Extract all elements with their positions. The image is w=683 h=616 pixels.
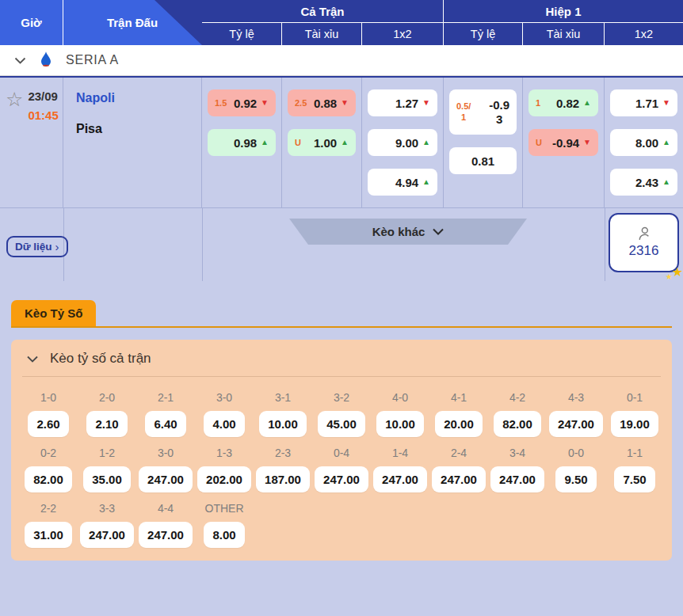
- odds-cell[interactable]: 0.98▲: [208, 129, 276, 156]
- trend-down-icon: ▼: [261, 99, 269, 107]
- league-row[interactable]: SERIA A: [0, 45, 683, 76]
- odds-value: 1.27: [395, 97, 418, 110]
- chevron-down-icon[interactable]: [14, 57, 26, 64]
- odds-cell[interactable]: 0.81: [449, 147, 517, 174]
- score-label: 4-4: [158, 502, 174, 515]
- odds-value: 4.94: [395, 176, 418, 189]
- score-item: 3-4247.00: [488, 447, 547, 492]
- score-item: 4-010.00: [371, 391, 429, 437]
- tab-underline: [11, 326, 672, 328]
- header-left-block: Giờ Trận Đấu: [0, 0, 202, 45]
- score-odds-button[interactable]: 202.00: [197, 466, 251, 492]
- full-handicap-column: 1.50.92▼0.98▲: [202, 78, 282, 207]
- away-team-name[interactable]: Pisa: [76, 122, 201, 136]
- score-odds-button[interactable]: 19.00: [611, 411, 658, 437]
- score-label: 0-2: [40, 447, 56, 459]
- score-item: 0-4247.00: [312, 447, 371, 492]
- score-item: 2-16.40: [136, 391, 195, 437]
- score-item: OTHER8.00: [195, 502, 254, 548]
- home-team-name[interactable]: Napoli: [76, 91, 201, 105]
- header-ft-1x2: 1x2: [362, 23, 444, 45]
- score-label: 2-3: [275, 447, 291, 459]
- score-odds-button[interactable]: 187.00: [256, 466, 310, 492]
- odds-cell[interactable]: U-0.94▼: [528, 129, 598, 156]
- score-item: 2-3187.00: [254, 447, 312, 492]
- chevron-down-icon[interactable]: [27, 356, 38, 363]
- odds-cell[interactable]: 10.82▲: [528, 89, 598, 116]
- viewers-button[interactable]: 2316 ★★: [609, 213, 679, 272]
- score-odds-button[interactable]: 247.00: [80, 522, 134, 548]
- score-label: 2-0: [99, 391, 115, 404]
- viewers-count: 2316: [629, 243, 659, 259]
- score-item: 1-02.60: [19, 391, 78, 437]
- odds-cell[interactable]: 2.43▲: [610, 169, 677, 196]
- score-odds-button[interactable]: 10.00: [259, 411, 307, 437]
- odds-cell[interactable]: 4.94▲: [368, 169, 437, 196]
- tab-correct-score[interactable]: Kèo Tỷ Số: [11, 300, 96, 326]
- score-odds-button[interactable]: 247.00: [490, 466, 544, 492]
- header-first-half: Hiệp 1: [444, 0, 683, 22]
- score-label: 4-1: [451, 391, 467, 404]
- score-odds-button[interactable]: 8.00: [204, 522, 245, 548]
- trend-up-icon: ▲: [422, 139, 430, 146]
- score-odds-button[interactable]: 247.00: [139, 466, 193, 492]
- odds-cell[interactable]: 0.5/ 1-0.9 3: [449, 89, 517, 135]
- score-item: 0-09.50: [547, 447, 605, 492]
- half-handicap-column: 0.5/ 1-0.9 30.81: [444, 78, 523, 207]
- odds-cell[interactable]: 8.00▲: [610, 129, 677, 156]
- column-divider: [202, 208, 203, 281]
- score-odds-button[interactable]: 2.10: [86, 411, 128, 437]
- trend-up-icon: ▲: [662, 139, 670, 146]
- score-odds-button[interactable]: 247.00: [549, 411, 603, 437]
- odds-cell[interactable]: 2.50.88▼: [288, 89, 356, 116]
- odds-cell[interactable]: 1.71▼: [610, 89, 677, 116]
- score-odds-button[interactable]: 82.00: [25, 466, 72, 492]
- score-odds-button[interactable]: 35.00: [83, 466, 131, 492]
- score-label: 3-0: [216, 391, 232, 404]
- header-h1-handicap: Tỷ lệ: [444, 23, 523, 45]
- half-1x2-column: 1.71▼8.00▲2.43▲: [605, 78, 683, 207]
- full-overunder-column: 2.50.88▼U1.00▲: [282, 78, 362, 207]
- data-button-label: Dữ liệu: [15, 241, 52, 253]
- trend-down-icon: ▼: [583, 139, 591, 146]
- score-item: 3-245.00: [312, 391, 371, 437]
- score-odds-button[interactable]: 247.00: [139, 522, 193, 548]
- score-odds-button[interactable]: 82.00: [494, 411, 541, 437]
- odds-value: 2.43: [635, 176, 658, 189]
- favorite-star-icon[interactable]: ☆: [6, 89, 23, 207]
- score-odds-button[interactable]: 20.00: [435, 411, 483, 437]
- score-odds-area: Kèo Tỷ Số Kèo tỷ số cả trận 1-02.602-02.…: [0, 281, 683, 561]
- score-item: 2-231.00: [19, 502, 78, 548]
- odds-prefix: U: [295, 138, 301, 147]
- more-odds-button[interactable]: Kèo khác: [289, 219, 527, 245]
- match-row: ☆ 23/09 01:45 Napoli Pisa 1.50.92▼0.98▲ …: [0, 78, 683, 207]
- score-row: 2-231.003-3247.004-4247.00OTHER8.00: [19, 502, 664, 548]
- trend-up-icon: ▲: [662, 178, 670, 186]
- odds-value: 9.00: [395, 136, 418, 150]
- odds-cell[interactable]: 1.50.92▼: [208, 89, 276, 116]
- score-label: 3-4: [509, 447, 525, 459]
- panel-header[interactable]: Kèo tỷ số cả trận: [11, 340, 672, 376]
- score-odds-button[interactable]: 45.00: [318, 411, 365, 437]
- score-label: 4-0: [392, 391, 408, 404]
- score-odds-button[interactable]: 247.00: [432, 466, 486, 492]
- odds-cell[interactable]: 1.27▼: [368, 89, 437, 116]
- odds-cell[interactable]: U1.00▲: [288, 129, 356, 156]
- half-overunder-column: 10.82▲U-0.94▼: [523, 78, 605, 207]
- score-odds-button[interactable]: 247.00: [315, 466, 368, 492]
- score-odds-button[interactable]: 10.00: [376, 411, 424, 437]
- data-button[interactable]: Dữ liệu ›: [6, 236, 68, 257]
- score-odds-button[interactable]: 7.50: [614, 466, 655, 492]
- score-odds-button[interactable]: 4.00: [204, 411, 245, 437]
- score-odds-button[interactable]: 31.00: [25, 522, 72, 548]
- score-odds-button[interactable]: 9.50: [555, 466, 597, 492]
- score-odds-button[interactable]: 2.60: [28, 411, 69, 437]
- match-teams-cell[interactable]: Napoli Pisa: [63, 78, 202, 207]
- score-odds-button[interactable]: 247.00: [373, 466, 427, 492]
- score-item: 3-3247.00: [78, 502, 136, 548]
- odds-value: -0.94: [552, 136, 579, 150]
- odds-table-header: Giờ Trận Đấu Cả Trận Hiệp 1 Tỷ lệ Tài xỉ…: [0, 0, 683, 45]
- score-odds-button[interactable]: 6.40: [145, 411, 186, 437]
- header-full-time: Cả Trận: [202, 0, 444, 22]
- odds-cell[interactable]: 9.00▲: [368, 129, 437, 156]
